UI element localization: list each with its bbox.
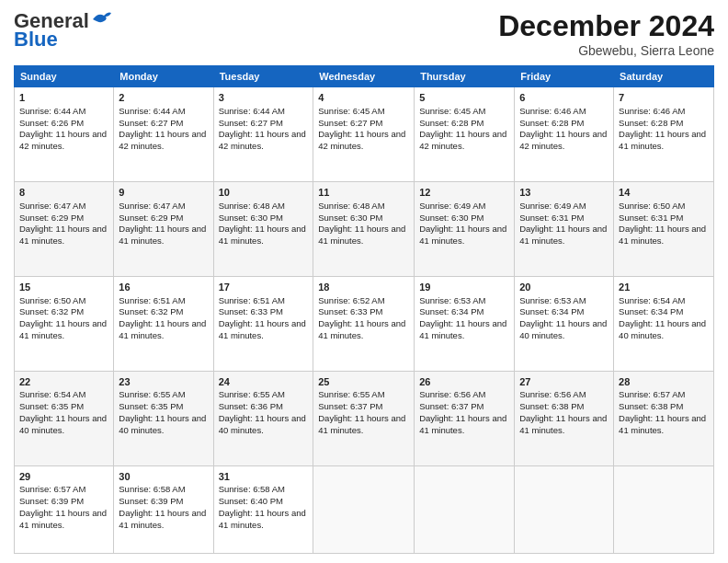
- day-info: Sunrise: 6:44 AM: [19, 106, 108, 118]
- col-monday: Monday: [114, 66, 213, 87]
- location: Gbewebu, Sierra Leone: [498, 43, 714, 58]
- calendar-week-row: 1Sunrise: 6:44 AMSunset: 6:26 PMDaylight…: [15, 87, 714, 182]
- col-saturday: Saturday: [614, 66, 714, 87]
- day-info: Sunset: 6:38 PM: [519, 401, 609, 413]
- day-number: 16: [119, 281, 208, 294]
- day-info: Sunrise: 6:48 AM: [219, 201, 309, 213]
- table-cell: 23Sunrise: 6:55 AMSunset: 6:35 PMDayligh…: [114, 371, 213, 465]
- month-title: December 2024: [498, 9, 714, 43]
- table-cell: 24Sunrise: 6:55 AMSunset: 6:36 PMDayligh…: [213, 371, 313, 465]
- day-info: Sunrise: 6:56 AM: [519, 389, 609, 401]
- day-number: 22: [19, 375, 108, 389]
- day-info: Daylight: 11 hours and 41 minutes.: [318, 318, 409, 342]
- day-info: Sunset: 6:39 PM: [119, 496, 208, 508]
- day-info: Sunrise: 6:57 AM: [19, 484, 108, 496]
- table-cell: 8Sunrise: 6:47 AMSunset: 6:29 PMDaylight…: [15, 181, 114, 276]
- day-info: Sunset: 6:30 PM: [318, 213, 409, 224]
- col-tuesday: Tuesday: [213, 66, 313, 87]
- table-cell: 3Sunrise: 6:44 AMSunset: 6:27 PMDaylight…: [213, 87, 313, 182]
- table-cell: 11Sunrise: 6:48 AMSunset: 6:30 PMDayligh…: [313, 181, 415, 276]
- day-info: Sunrise: 6:55 AM: [318, 389, 409, 401]
- day-number: 4: [318, 91, 409, 105]
- day-info: Sunrise: 6:50 AM: [619, 201, 709, 213]
- day-info: Sunrise: 6:47 AM: [19, 201, 108, 213]
- day-info: Daylight: 11 hours and 40 minutes.: [219, 413, 309, 437]
- day-info: Sunset: 6:40 PM: [219, 496, 309, 508]
- day-info: Daylight: 11 hours and 41 minutes.: [19, 224, 108, 247]
- day-info: Sunset: 6:35 PM: [19, 401, 108, 413]
- table-cell: 6Sunrise: 6:46 AMSunset: 6:28 PMDaylight…: [515, 87, 614, 182]
- day-number: 26: [419, 375, 509, 389]
- day-number: 28: [619, 375, 709, 389]
- day-number: 21: [619, 281, 709, 294]
- day-number: 18: [318, 281, 409, 294]
- day-info: Sunrise: 6:48 AM: [318, 201, 409, 213]
- day-info: Daylight: 11 hours and 41 minutes.: [219, 318, 309, 342]
- day-info: Daylight: 11 hours and 42 minutes.: [19, 129, 108, 153]
- day-number: 17: [219, 281, 309, 294]
- day-info: Daylight: 11 hours and 41 minutes.: [519, 224, 609, 247]
- calendar-header-row: Sunday Monday Tuesday Wednesday Thursday…: [15, 66, 714, 87]
- day-number: 7: [619, 91, 709, 105]
- day-info: Sunset: 6:28 PM: [519, 118, 609, 130]
- day-number: 20: [519, 281, 609, 294]
- table-cell: 12Sunrise: 6:49 AMSunset: 6:30 PMDayligh…: [415, 181, 515, 276]
- table-cell: 19Sunrise: 6:53 AMSunset: 6:34 PMDayligh…: [415, 276, 515, 371]
- table-cell: 14Sunrise: 6:50 AMSunset: 6:31 PMDayligh…: [614, 181, 714, 276]
- table-cell: [515, 465, 614, 554]
- table-cell: 4Sunrise: 6:45 AMSunset: 6:27 PMDaylight…: [313, 87, 415, 182]
- day-info: Sunrise: 6:51 AM: [119, 295, 208, 307]
- day-info: Daylight: 11 hours and 42 minutes.: [119, 129, 208, 153]
- day-info: Sunrise: 6:46 AM: [619, 106, 709, 118]
- day-number: 24: [219, 375, 309, 389]
- day-info: Sunrise: 6:49 AM: [519, 201, 609, 213]
- logo-blue: Blue: [14, 28, 58, 52]
- day-info: Daylight: 11 hours and 41 minutes.: [19, 318, 108, 342]
- day-info: Daylight: 11 hours and 42 minutes.: [318, 129, 409, 153]
- day-info: Sunrise: 6:45 AM: [419, 106, 509, 118]
- day-number: 11: [318, 186, 409, 200]
- table-cell: [614, 465, 714, 554]
- table-cell: 9Sunrise: 6:47 AMSunset: 6:29 PMDaylight…: [114, 181, 213, 276]
- day-number: 2: [119, 91, 208, 105]
- table-cell: 1Sunrise: 6:44 AMSunset: 6:26 PMDaylight…: [15, 87, 114, 182]
- col-sunday: Sunday: [15, 66, 114, 87]
- day-info: Sunset: 6:33 PM: [219, 306, 309, 318]
- day-info: Sunset: 6:33 PM: [318, 306, 409, 318]
- table-cell: 28Sunrise: 6:57 AMSunset: 6:38 PMDayligh…: [614, 371, 714, 465]
- day-info: Sunset: 6:31 PM: [519, 213, 609, 224]
- day-info: Daylight: 11 hours and 41 minutes.: [419, 413, 509, 437]
- table-cell: 20Sunrise: 6:53 AMSunset: 6:34 PMDayligh…: [515, 276, 614, 371]
- day-info: Daylight: 11 hours and 42 minutes.: [519, 129, 609, 153]
- table-cell: 15Sunrise: 6:50 AMSunset: 6:32 PMDayligh…: [15, 276, 114, 371]
- day-number: 14: [619, 186, 709, 200]
- day-info: Sunset: 6:37 PM: [318, 401, 409, 413]
- day-info: Sunset: 6:28 PM: [619, 118, 709, 130]
- day-info: Sunset: 6:34 PM: [519, 306, 609, 318]
- table-cell: 18Sunrise: 6:52 AMSunset: 6:33 PMDayligh…: [313, 276, 415, 371]
- day-number: 31: [219, 470, 309, 484]
- calendar-week-row: 22Sunrise: 6:54 AMSunset: 6:35 PMDayligh…: [15, 371, 714, 465]
- day-number: 19: [419, 281, 509, 294]
- day-number: 9: [119, 186, 208, 200]
- day-info: Daylight: 11 hours and 41 minutes.: [318, 413, 409, 437]
- table-cell: 31Sunrise: 6:58 AMSunset: 6:40 PMDayligh…: [213, 465, 313, 554]
- day-info: Sunset: 6:37 PM: [419, 401, 509, 413]
- day-info: Sunset: 6:35 PM: [119, 401, 208, 413]
- day-number: 5: [419, 91, 509, 105]
- calendar-week-row: 8Sunrise: 6:47 AMSunset: 6:29 PMDaylight…: [15, 181, 714, 276]
- day-number: 27: [519, 375, 609, 389]
- header: General Blue December 2024 Gbewebu, Sier…: [14, 9, 714, 58]
- table-cell: 27Sunrise: 6:56 AMSunset: 6:38 PMDayligh…: [515, 371, 614, 465]
- day-info: Sunrise: 6:52 AM: [318, 295, 409, 307]
- day-number: 25: [318, 375, 409, 389]
- day-info: Sunrise: 6:46 AM: [519, 106, 609, 118]
- day-info: Daylight: 11 hours and 41 minutes.: [219, 508, 309, 532]
- table-cell: 25Sunrise: 6:55 AMSunset: 6:37 PMDayligh…: [313, 371, 415, 465]
- day-info: Sunrise: 6:58 AM: [119, 484, 208, 496]
- day-info: Sunrise: 6:53 AM: [519, 295, 609, 307]
- day-info: Sunset: 6:39 PM: [19, 496, 108, 508]
- day-info: Daylight: 11 hours and 41 minutes.: [619, 224, 709, 247]
- day-info: Sunset: 6:26 PM: [19, 118, 108, 130]
- day-info: Daylight: 11 hours and 40 minutes.: [619, 318, 709, 342]
